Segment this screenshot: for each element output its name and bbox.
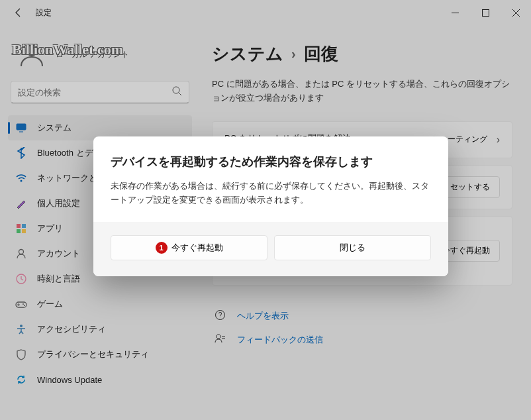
- modal-close-button[interactable]: 閉じる: [274, 235, 431, 260]
- modal-text: 未保存の作業がある場合は、続行する前に必ず保存してください。再起動後、スタートア…: [111, 179, 431, 207]
- modal-title: デバイスを再起動するため作業内容を保存します: [111, 154, 431, 170]
- modal-restart-button[interactable]: 1 今すぐ再起動: [111, 235, 267, 260]
- modal-restart-label: 今すぐ再起動: [171, 242, 223, 254]
- restart-modal: デバイスを再起動するため作業内容を保存します 未保存の作業がある場合は、続行する…: [93, 136, 448, 276]
- step-badge: 1: [156, 242, 168, 254]
